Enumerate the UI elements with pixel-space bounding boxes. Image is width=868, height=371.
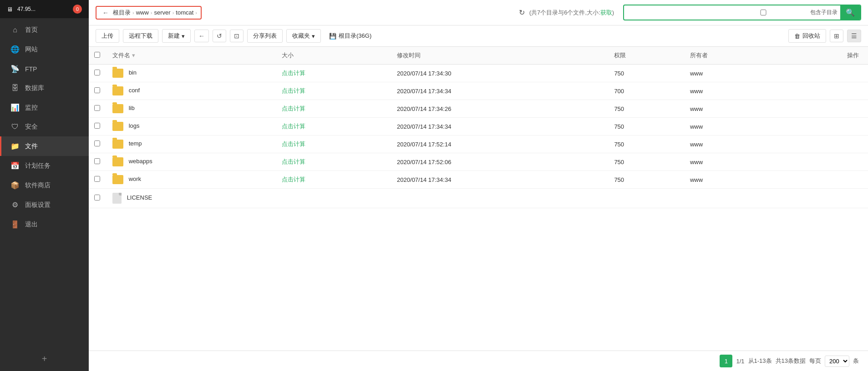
recycle-bin-button[interactable]: 🗑 回收站 xyxy=(788,29,826,43)
sidebar-item-cron[interactable]: 📅计划任务 xyxy=(0,156,89,175)
sidebar-item-ftp[interactable]: 📡FTP xyxy=(0,59,89,79)
include-subdir-checkbox[interactable] xyxy=(718,10,809,15)
sidebar-nav: ⌂首页🌐网站📡FTP🗄数据库📊监控🛡安全📁文件📅计划任务📦软件商店⚙面板设置🚪退… xyxy=(0,18,89,347)
calc-size-link[interactable]: 点击计算 xyxy=(282,158,305,165)
file-mtime: 2020/07/14 17:34:26 xyxy=(391,100,609,118)
get-size-link[interactable]: 获取 xyxy=(600,9,612,16)
cron-icon: 📅 xyxy=(10,161,20,170)
row-checkbox[interactable] xyxy=(94,140,100,146)
per-page-select[interactable]: 200 100 50 xyxy=(825,356,849,367)
file-owner: www xyxy=(685,135,780,153)
file-owner: www xyxy=(685,65,780,82)
back-button[interactable]: ← xyxy=(194,30,209,42)
monitor-icon: 📊 xyxy=(10,103,20,112)
breadcrumb-back-button[interactable]: ← xyxy=(100,9,111,16)
file-name[interactable]: logs xyxy=(129,122,140,129)
per-page-label: 每页 xyxy=(809,357,821,365)
sidebar-item-monitor[interactable]: 📊监控 xyxy=(0,98,89,117)
remote-download-button[interactable]: 远程下载 xyxy=(123,29,158,43)
file-name[interactable]: LICENSE xyxy=(127,194,152,201)
file-name[interactable]: bin xyxy=(129,69,137,76)
toolbar: 上传 远程下载 新建 ▾ ← ↺ ⊡ 分享列表 收藏夹 ▾ 💾 根目录(36G)… xyxy=(89,25,868,47)
new-button[interactable]: 新建 ▾ xyxy=(162,29,191,43)
calc-size-link[interactable]: 点击计算 xyxy=(282,87,305,94)
sidebar-item-label: 文件 xyxy=(25,142,38,150)
breadcrumb-item-1[interactable]: www xyxy=(136,9,149,16)
table-row: work 点击计算 2020/07/14 17:34:34 750 www xyxy=(89,171,868,189)
col-size: 大小 xyxy=(276,47,391,65)
screenshot-button[interactable]: ⊡ xyxy=(230,30,244,42)
file-owner: www xyxy=(685,118,780,135)
table-row: conf 点击计算 2020/07/14 17:34:34 700 www xyxy=(89,82,868,100)
notification-badge: 0 xyxy=(73,5,82,14)
folder-icon xyxy=(112,140,123,149)
breadcrumb-item-2[interactable]: server xyxy=(154,9,171,16)
file-name[interactable]: webapps xyxy=(129,158,152,165)
include-subdir-label: 包含子目录 xyxy=(715,9,840,16)
select-all-checkbox[interactable] xyxy=(94,52,100,58)
row-checkbox[interactable] xyxy=(94,176,100,182)
sidebar-item-settings[interactable]: ⚙面板设置 xyxy=(0,195,89,215)
calc-size-link[interactable]: 点击计算 xyxy=(282,140,305,147)
row-checkbox[interactable] xyxy=(94,158,100,164)
file-name[interactable]: work xyxy=(129,175,141,182)
list-view-button[interactable]: ☰ xyxy=(847,30,861,42)
refresh-button[interactable]: ↻ xyxy=(519,8,525,17)
disk-icon: 💾 xyxy=(329,33,336,40)
server-ip: 47.95... xyxy=(17,6,68,12)
sidebar-item-security[interactable]: 🛡安全 xyxy=(0,117,89,136)
row-checkbox[interactable] xyxy=(94,70,100,75)
calc-size-link[interactable]: 点击计算 xyxy=(282,70,305,76)
search-button[interactable]: 🔍 xyxy=(840,5,860,20)
file-name[interactable]: lib xyxy=(129,105,135,111)
sidebar: 🖥 47.95... 0 ⌂首页🌐网站📡FTP🗄数据库📊监控🛡安全📁文件📅计划任… xyxy=(0,0,89,371)
file-mtime: 2020/07/14 17:52:14 xyxy=(391,135,609,153)
table-row: logs 点击计算 2020/07/14 17:34:34 750 www xyxy=(89,118,868,135)
breadcrumb-item-3[interactable]: tomcat xyxy=(176,9,193,16)
top-bar: ← 根目录›www›server›tomcat› ↻ (共7个目录与6个文件,大… xyxy=(89,0,868,25)
file-name[interactable]: temp xyxy=(129,140,142,147)
sidebar-item-appstore[interactable]: 📦软件商店 xyxy=(0,175,89,195)
search-input[interactable] xyxy=(624,7,715,18)
file-ops xyxy=(780,189,868,208)
file-perm: 700 xyxy=(609,82,685,100)
settings-icon: ⚙ xyxy=(10,201,20,209)
sidebar-item-home[interactable]: ⌂首页 xyxy=(0,20,89,40)
refresh-files-button[interactable]: ↺ xyxy=(213,30,226,42)
file-table-wrapper: 文件名 ▾ 大小 修改时间 权限 所有者 操作 bin 点击计算 2020/07… xyxy=(89,47,868,351)
add-button[interactable]: + xyxy=(0,347,89,371)
share-list-button[interactable]: 分享列表 xyxy=(247,29,283,43)
upload-button[interactable]: 上传 xyxy=(96,29,119,43)
sidebar-item-files[interactable]: 📁文件 xyxy=(0,136,89,156)
row-checkbox[interactable] xyxy=(94,87,100,93)
col-filename[interactable]: 文件名 ▾ xyxy=(107,47,276,65)
file-owner: www xyxy=(685,153,780,171)
favorites-button[interactable]: 收藏夹 ▾ xyxy=(286,29,321,43)
row-checkbox[interactable] xyxy=(94,105,100,111)
file-mtime: 2020/07/14 17:34:34 xyxy=(391,171,609,189)
database-icon: 🗄 xyxy=(10,84,20,92)
folder-icon xyxy=(112,69,123,78)
calc-size-link[interactable]: 点击计算 xyxy=(282,176,305,183)
table-row: lib 点击计算 2020/07/14 17:34:26 750 www xyxy=(89,100,868,118)
file-perm: 750 xyxy=(609,153,685,171)
sidebar-item-label: FTP xyxy=(25,65,37,73)
page-1-button[interactable]: 1 xyxy=(720,355,732,367)
file-owner: www xyxy=(685,100,780,118)
file-perm: 750 xyxy=(609,171,685,189)
row-checkbox[interactable] xyxy=(94,195,100,201)
sidebar-item-database[interactable]: 🗄数据库 xyxy=(0,79,89,98)
grid-view-button[interactable]: ⊞ xyxy=(830,30,843,42)
breadcrumb-item-0[interactable]: 根目录 xyxy=(113,9,131,17)
row-checkbox[interactable] xyxy=(94,123,100,129)
col-mtime: 修改时间 xyxy=(391,47,609,65)
sidebar-item-website[interactable]: 🌐网站 xyxy=(0,40,89,59)
per-page-unit: 条 xyxy=(853,357,859,365)
calc-size-link[interactable]: 点击计算 xyxy=(282,123,305,130)
sidebar-item-logout[interactable]: 🚪退出 xyxy=(0,215,89,234)
calc-size-link[interactable]: 点击计算 xyxy=(282,105,305,112)
file-table-container: 文件名 ▾ 大小 修改时间 权限 所有者 操作 bin 点击计算 2020/07… xyxy=(89,47,868,351)
main-area: ← 根目录›www›server›tomcat› ↻ (共7个目录与6个文件,大… xyxy=(89,0,868,371)
ftp-icon: 📡 xyxy=(10,65,20,73)
file-name[interactable]: conf xyxy=(129,87,140,94)
